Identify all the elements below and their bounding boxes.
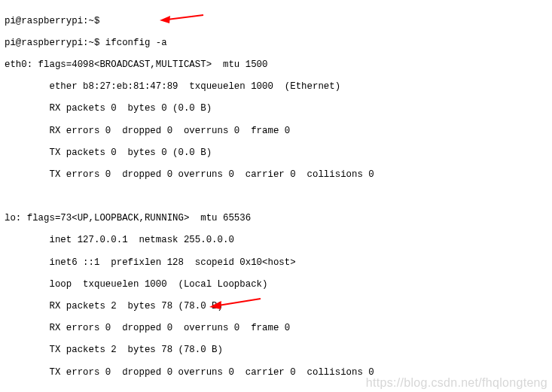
lo-inet: inet 127.0.0.1 netmask 255.0.0.0 — [5, 235, 550, 246]
lo-header: lo: flags=73<UP,LOOPBACK,RUNNING> mtu 65… — [5, 213, 550, 224]
prompt-line: pi@raspberrypi:~$ — [5, 16, 550, 27]
blank-line — [5, 191, 550, 202]
lo-inet6: inet6 ::1 prefixlen 128 scopeid 0x10<hos… — [5, 257, 550, 269]
eth0-rx-packets: RX packets 0 bytes 0 (0.0 B) — [5, 103, 550, 114]
lo-loop: loop txqueuelen 1000 (Local Loopback) — [5, 279, 550, 290]
eth0-tx-errors: TX errors 0 dropped 0 overruns 0 carrier… — [5, 169, 550, 181]
eth0-header: eth0: flags=4098<BROADCAST,MULTICAST> mt… — [5, 59, 550, 71]
lo-tx-packets: TX packets 2 bytes 78 (78.0 B) — [5, 345, 550, 356]
eth0-ether: ether b8:27:eb:81:47:89 txqueuelen 1000 … — [5, 81, 550, 93]
command-ifconfig: pi@raspberrypi:~$ ifconfig -a — [5, 38, 550, 49]
lo-rx-errors: RX errors 0 dropped 0 overruns 0 frame 0 — [5, 323, 550, 334]
eth0-rx-errors: RX errors 0 dropped 0 overruns 0 frame 0 — [5, 126, 550, 137]
watermark-text: https://blog.csdn.net/fhqlongteng — [366, 378, 547, 389]
terminal-output[interactable]: pi@raspberrypi:~$ pi@raspberrypi:~$ ifco… — [0, 0, 552, 392]
eth0-tx-packets: TX packets 0 bytes 0 (0.0 B) — [5, 147, 550, 159]
blank-line — [5, 389, 550, 392]
lo-rx-packets: RX packets 2 bytes 78 (78.0 B) — [5, 301, 550, 312]
